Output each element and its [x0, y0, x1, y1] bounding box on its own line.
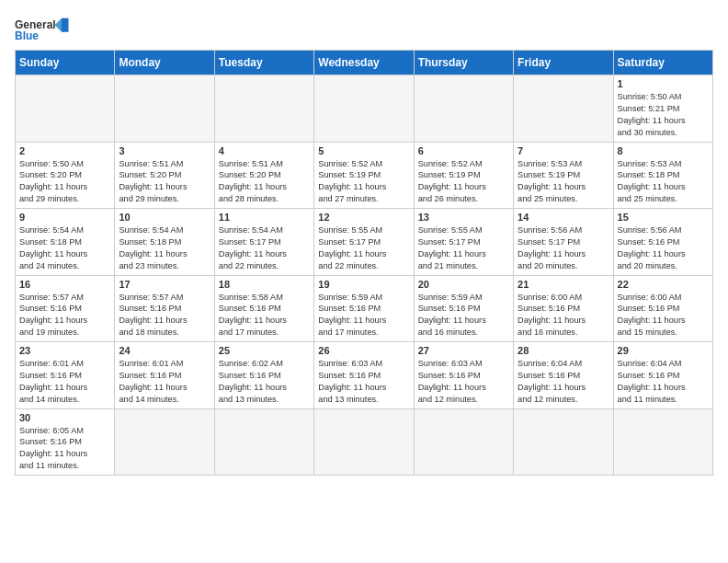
- day-number: 16: [19, 279, 110, 290]
- day-info: Sunrise: 6:00 AM Sunset: 5:16 PM Dayligh…: [618, 292, 709, 339]
- calendar-cell: 20Sunrise: 5:59 AM Sunset: 5:16 PM Dayli…: [414, 275, 513, 342]
- calendar-cell: 28Sunrise: 6:04 AM Sunset: 5:16 PM Dayli…: [514, 342, 613, 409]
- day-number: 7: [518, 145, 609, 156]
- calendar-cell: 6Sunrise: 5:52 AM Sunset: 5:19 PM Daylig…: [414, 142, 513, 209]
- header: General Blue: [15, 15, 713, 42]
- calendar-cell: [115, 408, 214, 476]
- calendar-cell: 10Sunrise: 5:54 AM Sunset: 5:18 PM Dayli…: [115, 209, 214, 276]
- calendar-header-thursday: Thursday: [414, 51, 513, 75]
- day-info: Sunrise: 5:53 AM Sunset: 5:19 PM Dayligh…: [518, 158, 609, 206]
- day-number: 25: [219, 345, 310, 356]
- day-number: 6: [418, 145, 509, 156]
- day-info: Sunrise: 5:59 AM Sunset: 5:16 PM Dayligh…: [418, 292, 509, 339]
- calendar-header-monday: Monday: [115, 51, 214, 75]
- calendar-cell: 26Sunrise: 6:03 AM Sunset: 5:16 PM Dayli…: [314, 342, 414, 409]
- calendar-cell: 25Sunrise: 6:02 AM Sunset: 5:16 PM Dayli…: [214, 342, 313, 409]
- logo-svg: General Blue: [15, 15, 70, 42]
- day-number: 18: [219, 279, 310, 290]
- day-number: 26: [318, 345, 409, 356]
- calendar-cell: [613, 408, 712, 476]
- calendar-table: SundayMondayTuesdayWednesdayThursdayFrid…: [15, 50, 713, 476]
- day-number: 2: [19, 145, 110, 156]
- calendar-header-sunday: Sunday: [16, 51, 115, 75]
- day-info: Sunrise: 6:03 AM Sunset: 5:16 PM Dayligh…: [418, 358, 509, 406]
- day-info: Sunrise: 5:59 AM Sunset: 5:16 PM Dayligh…: [318, 292, 409, 339]
- calendar-cell: 24Sunrise: 6:01 AM Sunset: 5:16 PM Dayli…: [115, 342, 214, 409]
- day-info: Sunrise: 6:00 AM Sunset: 5:16 PM Dayligh…: [518, 292, 609, 339]
- calendar-cell: [115, 75, 214, 143]
- day-number: 27: [418, 345, 509, 356]
- day-number: 22: [618, 279, 709, 290]
- day-number: 17: [119, 279, 210, 290]
- calendar-cell: [314, 408, 414, 476]
- day-number: 1: [618, 78, 709, 89]
- day-info: Sunrise: 5:56 AM Sunset: 5:16 PM Dayligh…: [618, 224, 709, 272]
- calendar-cell: [214, 75, 313, 143]
- day-number: 29: [618, 345, 709, 356]
- day-number: 14: [518, 212, 609, 223]
- day-info: Sunrise: 5:57 AM Sunset: 5:16 PM Dayligh…: [119, 292, 210, 339]
- calendar-header-saturday: Saturday: [613, 51, 712, 75]
- calendar-cell: 21Sunrise: 6:00 AM Sunset: 5:16 PM Dayli…: [514, 275, 613, 342]
- day-number: 19: [318, 279, 409, 290]
- day-info: Sunrise: 5:54 AM Sunset: 5:17 PM Dayligh…: [219, 224, 310, 272]
- day-number: 3: [119, 145, 210, 156]
- calendar-cell: [314, 75, 414, 143]
- day-number: 20: [418, 279, 509, 290]
- day-info: Sunrise: 6:01 AM Sunset: 5:16 PM Dayligh…: [19, 358, 110, 406]
- calendar-cell: [514, 408, 613, 476]
- calendar-cell: 7Sunrise: 5:53 AM Sunset: 5:19 PM Daylig…: [514, 142, 613, 209]
- day-info: Sunrise: 6:04 AM Sunset: 5:16 PM Dayligh…: [518, 358, 609, 406]
- calendar-cell: [214, 408, 313, 476]
- day-number: 12: [318, 212, 409, 223]
- day-number: 30: [19, 412, 110, 423]
- day-info: Sunrise: 5:52 AM Sunset: 5:19 PM Dayligh…: [418, 158, 509, 206]
- day-info: Sunrise: 5:53 AM Sunset: 5:18 PM Dayligh…: [618, 158, 709, 206]
- calendar-cell: 13Sunrise: 5:55 AM Sunset: 5:17 PM Dayli…: [414, 209, 513, 276]
- day-info: Sunrise: 5:54 AM Sunset: 5:18 PM Dayligh…: [19, 224, 110, 272]
- day-info: Sunrise: 6:01 AM Sunset: 5:16 PM Dayligh…: [119, 358, 210, 406]
- day-info: Sunrise: 6:03 AM Sunset: 5:16 PM Dayligh…: [318, 358, 409, 406]
- calendar-week-row: 2Sunrise: 5:50 AM Sunset: 5:20 PM Daylig…: [16, 142, 713, 209]
- calendar-cell: 15Sunrise: 5:56 AM Sunset: 5:16 PM Dayli…: [613, 209, 712, 276]
- day-number: 9: [19, 212, 110, 223]
- calendar-cell: 19Sunrise: 5:59 AM Sunset: 5:16 PM Dayli…: [314, 275, 414, 342]
- calendar-week-row: 9Sunrise: 5:54 AM Sunset: 5:18 PM Daylig…: [16, 209, 713, 276]
- calendar-cell: 4Sunrise: 5:51 AM Sunset: 5:20 PM Daylig…: [214, 142, 313, 209]
- day-info: Sunrise: 5:54 AM Sunset: 5:18 PM Dayligh…: [119, 224, 210, 272]
- day-info: Sunrise: 5:50 AM Sunset: 5:20 PM Dayligh…: [19, 158, 110, 206]
- day-info: Sunrise: 5:51 AM Sunset: 5:20 PM Dayligh…: [119, 158, 210, 206]
- calendar-week-row: 1Sunrise: 5:50 AM Sunset: 5:21 PM Daylig…: [16, 75, 713, 143]
- calendar-cell: 29Sunrise: 6:04 AM Sunset: 5:16 PM Dayli…: [613, 342, 712, 409]
- day-number: 15: [618, 212, 709, 223]
- day-number: 13: [418, 212, 509, 223]
- calendar-cell: 3Sunrise: 5:51 AM Sunset: 5:20 PM Daylig…: [115, 142, 214, 209]
- day-info: Sunrise: 6:05 AM Sunset: 5:16 PM Dayligh…: [19, 425, 110, 473]
- calendar-cell: 1Sunrise: 5:50 AM Sunset: 5:21 PM Daylig…: [613, 75, 712, 143]
- day-info: Sunrise: 5:55 AM Sunset: 5:17 PM Dayligh…: [418, 224, 509, 272]
- calendar-week-row: 30Sunrise: 6:05 AM Sunset: 5:16 PM Dayli…: [16, 408, 713, 476]
- calendar-cell: [16, 75, 115, 143]
- svg-marker-2: [62, 18, 69, 32]
- day-info: Sunrise: 5:57 AM Sunset: 5:16 PM Dayligh…: [19, 292, 110, 339]
- svg-text:Blue: Blue: [15, 29, 39, 42]
- day-number: 4: [219, 145, 310, 156]
- calendar-cell: [514, 75, 613, 143]
- day-number: 28: [518, 345, 609, 356]
- calendar-cell: 27Sunrise: 6:03 AM Sunset: 5:16 PM Dayli…: [414, 342, 513, 409]
- logo: General Blue: [15, 15, 70, 42]
- calendar-week-row: 16Sunrise: 5:57 AM Sunset: 5:16 PM Dayli…: [16, 275, 713, 342]
- calendar-cell: 16Sunrise: 5:57 AM Sunset: 5:16 PM Dayli…: [16, 275, 115, 342]
- calendar-cell: [414, 408, 513, 476]
- calendar-cell: 9Sunrise: 5:54 AM Sunset: 5:18 PM Daylig…: [16, 209, 115, 276]
- calendar-week-row: 23Sunrise: 6:01 AM Sunset: 5:16 PM Dayli…: [16, 342, 713, 409]
- day-number: 11: [219, 212, 310, 223]
- calendar-cell: 17Sunrise: 5:57 AM Sunset: 5:16 PM Dayli…: [115, 275, 214, 342]
- calendar-cell: 12Sunrise: 5:55 AM Sunset: 5:17 PM Dayli…: [314, 209, 414, 276]
- calendar-cell: [414, 75, 513, 143]
- calendar-header-tuesday: Tuesday: [214, 51, 313, 75]
- calendar-cell: 30Sunrise: 6:05 AM Sunset: 5:16 PM Dayli…: [16, 408, 115, 476]
- day-number: 23: [19, 345, 110, 356]
- calendar-cell: 8Sunrise: 5:53 AM Sunset: 5:18 PM Daylig…: [613, 142, 712, 209]
- calendar-cell: 5Sunrise: 5:52 AM Sunset: 5:19 PM Daylig…: [314, 142, 414, 209]
